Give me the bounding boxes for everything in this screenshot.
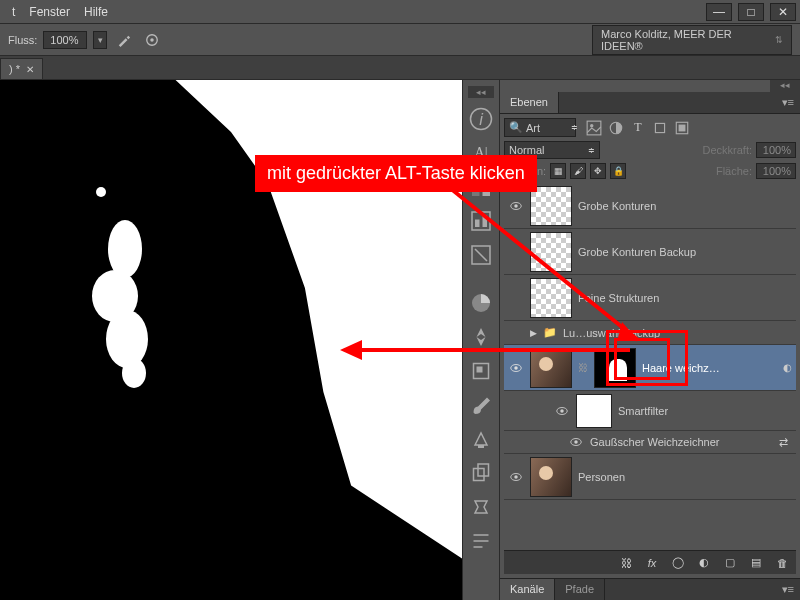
chevron-down-icon: ≑ xyxy=(571,123,578,132)
smartfilter-label: Smartfilter xyxy=(618,405,792,417)
layer-search-input[interactable] xyxy=(526,122,568,134)
document-tab-bar: ) * ✕ xyxy=(0,56,800,80)
lock-position-icon[interactable]: ✥ xyxy=(590,163,606,179)
visibility-toggle[interactable] xyxy=(568,435,584,449)
airbrush-icon[interactable] xyxy=(113,29,135,51)
annotation-highlight-box-inner xyxy=(614,338,670,380)
styles-icon[interactable] xyxy=(468,242,494,268)
panel-menu-icon[interactable]: ▾≡ xyxy=(776,92,800,113)
filter-row[interactable]: Gaußscher Weichzeichner ⇄ xyxy=(504,431,796,454)
color-icon[interactable] xyxy=(468,290,494,316)
navigator-icon[interactable] xyxy=(468,324,494,350)
document-tab[interactable]: ) * ✕ xyxy=(0,58,43,79)
paths-tab[interactable]: Pfade xyxy=(555,579,605,600)
search-icon: 🔍 xyxy=(509,121,523,134)
layer-thumbnail[interactable] xyxy=(530,457,572,497)
menu-item-help[interactable]: Hilfe xyxy=(84,5,108,19)
annotation-callout: mit gedrückter ALT-Taste klicken xyxy=(255,155,537,192)
maximize-button[interactable]: □ xyxy=(738,3,764,21)
adjustments-icon[interactable] xyxy=(468,208,494,234)
flow-dropdown[interactable] xyxy=(93,31,107,49)
trash-icon[interactable]: 🗑 xyxy=(774,557,790,569)
brush-presets-icon[interactable] xyxy=(468,426,494,452)
flow-label: Fluss: xyxy=(8,34,37,46)
menu-item-window[interactable]: Fenster xyxy=(29,5,70,19)
smartfilter-row[interactable]: Smartfilter xyxy=(504,391,796,431)
svg-rect-24 xyxy=(655,123,664,132)
layer-thumbnail[interactable] xyxy=(530,232,572,272)
layer-name[interactable]: Grobe Konturen Backup xyxy=(578,246,792,258)
filter-blend-icon[interactable]: ⇄ xyxy=(774,436,792,449)
close-button[interactable]: ✕ xyxy=(770,3,796,21)
visibility-toggle[interactable] xyxy=(508,470,524,484)
adjustment-layer-icon[interactable]: ◐ xyxy=(696,556,712,569)
lock-transparency-icon[interactable]: ▦ xyxy=(550,163,566,179)
fill-value[interactable]: 100% xyxy=(756,163,796,179)
svg-rect-21 xyxy=(587,121,601,135)
flow-value[interactable]: 100% xyxy=(43,31,87,49)
type-filter-icon[interactable]: T xyxy=(630,120,646,136)
svg-rect-26 xyxy=(679,124,686,131)
folder-icon: 📁 xyxy=(543,326,557,339)
layers-footer: ⛓ fx ◯ ◐ ▢ ▤ 🗑 xyxy=(504,550,796,574)
adjustment-filter-icon[interactable] xyxy=(608,120,624,136)
opacity-value[interactable]: 100% xyxy=(756,142,796,158)
add-mask-icon[interactable]: ◯ xyxy=(670,556,686,569)
panel-collapse[interactable]: ◂◂ xyxy=(770,80,800,92)
layer-row[interactable]: Personen xyxy=(504,454,796,500)
collapse-toggle[interactable]: ◂◂ xyxy=(468,86,494,98)
shape-filter-icon[interactable] xyxy=(652,120,668,136)
info-icon[interactable]: i xyxy=(468,106,494,132)
mask-link-icon[interactable]: ⛓ xyxy=(578,362,588,373)
window-buttons: — □ ✕ xyxy=(706,3,796,21)
fx-icon[interactable]: fx xyxy=(644,557,660,569)
layer-search[interactable]: 🔍 ≑ xyxy=(504,118,576,137)
layer-name[interactable]: Grobe Konturen xyxy=(578,200,792,212)
lock-image-icon[interactable]: 🖌 xyxy=(570,163,586,179)
layers-tab[interactable]: Ebenen xyxy=(500,92,559,113)
title-bar: t Fenster Hilfe — □ ✕ xyxy=(0,0,800,24)
minimize-button[interactable]: — xyxy=(706,3,732,21)
svg-rect-9 xyxy=(475,220,480,228)
panel-tab-row: Ebenen ▾≡ xyxy=(500,92,800,114)
channels-tab[interactable]: Kanäle xyxy=(500,579,555,600)
layer-row[interactable]: Grobe Konturen xyxy=(504,183,796,229)
layer-name[interactable]: Personen xyxy=(578,471,792,483)
options-bar: Fluss: 100% Marco Kolditz, MEER DER IDEE… xyxy=(0,24,800,56)
group-icon[interactable]: ▢ xyxy=(722,556,738,569)
paragraph-icon[interactable] xyxy=(468,528,494,554)
visibility-toggle[interactable] xyxy=(508,199,524,213)
menu-item[interactable]: t xyxy=(12,5,15,19)
layer-thumbnail[interactable] xyxy=(530,348,572,388)
svg-rect-8 xyxy=(472,212,490,230)
svg-point-22 xyxy=(590,124,593,127)
filter-name[interactable]: Gaußscher Weichzeichner xyxy=(590,436,768,448)
tablet-pressure-icon[interactable] xyxy=(141,29,163,51)
layer-name[interactable]: Feine Strukturen xyxy=(578,292,792,304)
clone-source-icon[interactable] xyxy=(468,460,494,486)
visibility-toggle[interactable] xyxy=(508,361,524,375)
svg-rect-15 xyxy=(478,445,484,448)
filter-mask-thumbnail[interactable] xyxy=(576,394,612,428)
chevron-down-icon: ≑ xyxy=(588,146,595,155)
image-filter-icon[interactable] xyxy=(586,120,602,136)
workspace-selector[interactable]: Marco Kolditz, MEER DER IDEEN® ⇅ xyxy=(592,25,792,55)
close-tab-icon[interactable]: ✕ xyxy=(26,64,34,75)
layer-thumbnail[interactable] xyxy=(530,278,572,318)
smart-object-badge: ◐ xyxy=(783,362,792,373)
layer-filter-icons: T xyxy=(586,120,690,136)
svg-point-28 xyxy=(514,204,518,208)
layer-row[interactable]: Feine Strukturen xyxy=(504,275,796,321)
layer-row[interactable]: Grobe Konturen Backup xyxy=(504,229,796,275)
smart-filter-icon[interactable] xyxy=(674,120,690,136)
disclosure-icon[interactable]: ▶ xyxy=(530,328,537,338)
tool-presets-icon[interactable] xyxy=(468,494,494,520)
history-icon[interactable] xyxy=(468,358,494,384)
lock-all-icon[interactable]: 🔒 xyxy=(610,163,626,179)
new-layer-icon[interactable]: ▤ xyxy=(748,556,764,569)
link-layers-icon[interactable]: ⛓ xyxy=(618,557,634,569)
brush-icon[interactable] xyxy=(468,392,494,418)
panel-menu-icon[interactable]: ▾≡ xyxy=(776,579,800,600)
document-title: ) * xyxy=(9,63,20,75)
visibility-toggle[interactable] xyxy=(554,404,570,418)
